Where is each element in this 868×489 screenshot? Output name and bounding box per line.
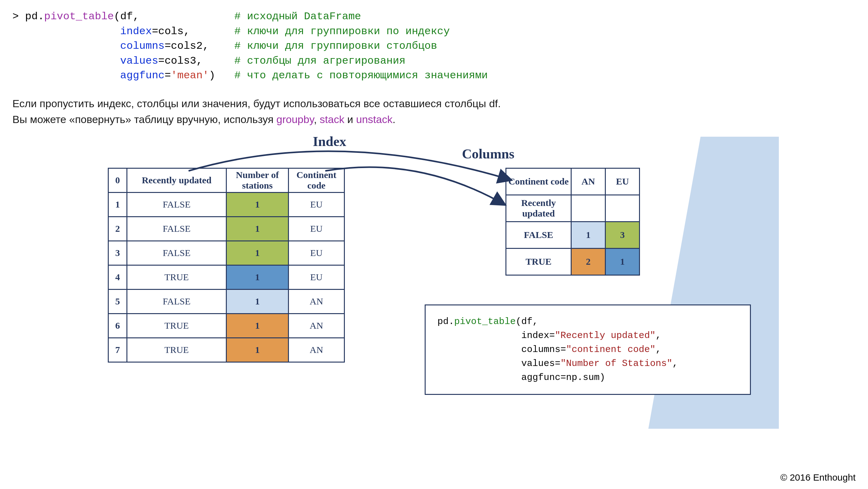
- res-cell-false-eu: 3: [606, 221, 640, 248]
- row-num-stations: 1: [226, 338, 289, 362]
- row-index: 2: [108, 217, 127, 241]
- code-comment-2: # ключи для группировки по индексу: [234, 26, 450, 37]
- code-comment-5: # что делать с повторяющимися значениями: [234, 69, 488, 82]
- row-recently-updated: TRUE: [127, 313, 226, 338]
- row-recently-updated: FALSE: [127, 289, 226, 313]
- src-header-num-stations: Number of stations: [226, 168, 289, 192]
- code-kw-values: values: [120, 55, 158, 67]
- link-groupby: groupby: [277, 113, 314, 125]
- row-num-stations: 1: [226, 192, 289, 217]
- src-header-recently-updated: Recently updated: [127, 168, 226, 192]
- src-header-index: 0: [108, 168, 127, 192]
- res-row-true: TRUE: [506, 248, 571, 275]
- res-cell-true-eu: 1: [606, 248, 640, 275]
- table-row: 7TRUE1AN: [108, 338, 344, 362]
- res-cell-empty: [571, 195, 606, 221]
- row-index: 3: [108, 241, 127, 265]
- row-num-stations: 1: [226, 313, 289, 338]
- pivot-diagram: Index Columns 0 Recently updated Number …: [108, 137, 760, 429]
- res-header-continent-code: Continent code: [506, 168, 571, 195]
- row-continent-code: EU: [289, 192, 344, 217]
- res-header-an: AN: [571, 168, 606, 195]
- code-kw-index: index: [120, 26, 152, 37]
- pivot-table-code: > pd.pivot_table(df, # исходный DataFram…: [12, 9, 856, 83]
- res-cell-empty: [606, 195, 640, 221]
- link-unstack: unstack: [356, 113, 392, 125]
- row-continent-code: EU: [289, 217, 344, 241]
- src-header-continent-code: Continent code: [289, 168, 344, 192]
- code2-values-val: "Number of Stations": [560, 358, 672, 369]
- code-comment-1: # исходный DataFrame: [234, 10, 361, 22]
- code-kw-aggfunc: aggfunc: [120, 69, 165, 82]
- row-index: 5: [108, 289, 127, 313]
- row-index: 7: [108, 338, 127, 362]
- res-cell-true-an: 2: [571, 248, 606, 275]
- table-row: 6TRUE1AN: [108, 313, 344, 338]
- code-val-values: cols3: [165, 55, 196, 67]
- table-row: 5FALSE1AN: [108, 289, 344, 313]
- row-recently-updated: FALSE: [127, 217, 226, 241]
- row-index: 4: [108, 265, 127, 289]
- row-continent-code: EU: [289, 241, 344, 265]
- row-index: 1: [108, 192, 127, 217]
- table-row: 1FALSE1EU: [108, 192, 344, 217]
- row-recently-updated: FALSE: [127, 241, 226, 265]
- label-columns: Columns: [462, 146, 515, 162]
- res-header-eu: EU: [606, 168, 640, 195]
- table-row: 4TRUE1EU: [108, 265, 344, 289]
- code-val-index: cols: [158, 26, 184, 37]
- code-kw-columns: columns: [120, 40, 165, 52]
- code-prompt: >: [12, 10, 25, 22]
- res-header-recently-updated: Recently updated: [506, 195, 571, 221]
- table-row: 2FALSE1EU: [108, 217, 344, 241]
- code2-aggfunc-line: aggfunc=np.sum): [437, 372, 605, 383]
- row-recently-updated: FALSE: [127, 192, 226, 217]
- example-code-box: pd.pivot_table(df, index="Recently updat…: [425, 304, 751, 395]
- row-continent-code: AN: [289, 313, 344, 338]
- row-continent-code: AN: [289, 338, 344, 362]
- code-val-columns: cols2: [171, 40, 203, 52]
- code-module: pd: [25, 10, 38, 22]
- link-stack: stack: [320, 113, 344, 125]
- res-cell-false-an: 1: [571, 221, 606, 248]
- source-dataframe-table: 0 Recently updated Number of stations Co…: [108, 168, 345, 363]
- row-num-stations: 1: [226, 265, 289, 289]
- res-row-false: FALSE: [506, 221, 571, 248]
- row-num-stations: 1: [226, 217, 289, 241]
- row-continent-code: AN: [289, 289, 344, 313]
- code-val-aggfunc: 'mean': [171, 69, 209, 82]
- code2-index-val: "Recently updated": [555, 330, 655, 341]
- row-recently-updated: TRUE: [127, 338, 226, 362]
- para-line1: Если пропустить индекс, столбцы или знач…: [12, 97, 501, 109]
- para-line2-start: Вы можете «повернуть» таблицу вручную, и…: [12, 113, 277, 125]
- code2-fn: pivot_table: [454, 316, 516, 327]
- result-pivot-table: Continent code AN EU Recently updated FA…: [505, 168, 640, 276]
- code-comment-3: # ключи для группировки столбцов: [234, 40, 437, 52]
- code-fn: pivot_table: [44, 10, 114, 22]
- label-index: Index: [313, 133, 346, 149]
- row-continent-code: EU: [289, 265, 344, 289]
- code2-columns-val: "continent code": [566, 344, 655, 355]
- code-comment-4: # столбцы для агрегирования: [234, 55, 405, 67]
- row-num-stations: 1: [226, 289, 289, 313]
- explanation-paragraph: Если пропустить индекс, столбцы или знач…: [12, 96, 856, 127]
- code-arg-df: df: [120, 10, 133, 22]
- row-num-stations: 1: [226, 241, 289, 265]
- row-index: 6: [108, 313, 127, 338]
- table-row: 3FALSE1EU: [108, 241, 344, 265]
- row-recently-updated: TRUE: [127, 265, 226, 289]
